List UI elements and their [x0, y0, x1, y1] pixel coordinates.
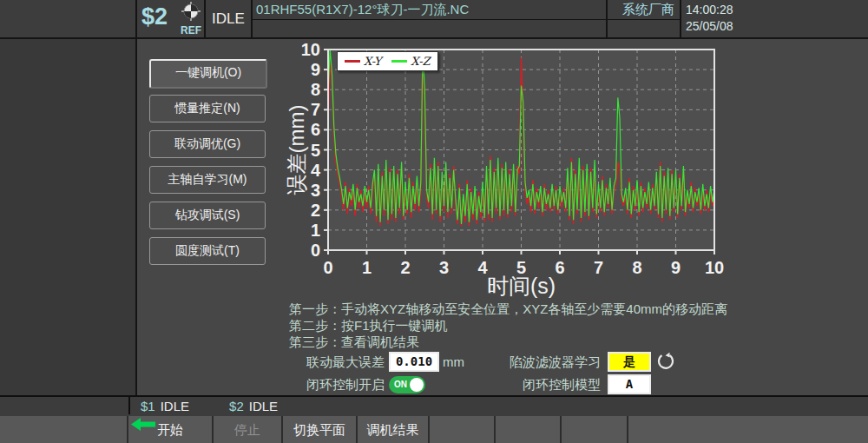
machine-tuning-screen: $2 REF IDLE 01RHF55(R1X7)-12°球刀-一刀流.NC 系…	[0, 0, 868, 443]
xy-series-swatch	[345, 60, 360, 63]
svg-text:3: 3	[311, 181, 320, 200]
softkey-stop[interactable]: 停止	[214, 416, 281, 443]
softkey-empty-3[interactable]	[562, 416, 627, 443]
svg-text:7: 7	[594, 258, 603, 277]
softkey-switch-plane[interactable]: 切换平面	[283, 416, 356, 443]
channel-1-state: IDLE	[161, 399, 189, 413]
svg-text:3: 3	[439, 258, 449, 277]
svg-text:1: 1	[311, 221, 320, 240]
sidebar-button-linkage-optimization[interactable]: 联动调优(G)	[149, 130, 266, 158]
notch-filter-label: 陷波滤波器学习	[503, 354, 601, 371]
legend-item-xy: X-Y	[345, 55, 381, 68]
svg-text:5: 5	[311, 141, 320, 160]
clock: 14:00:28 25/05/08	[686, 2, 733, 35]
closed-loop-model-select[interactable]: A	[608, 374, 651, 394]
toggle-knob	[410, 378, 424, 392]
svg-text:7: 7	[311, 100, 320, 119]
left-panel	[0, 39, 137, 395]
chart-legend: X-Y X-Z	[337, 51, 438, 71]
closed-loop-model-label: 闭环控制模型	[503, 377, 601, 393]
ref-label: REF	[176, 25, 206, 36]
svg-text:2: 2	[400, 258, 410, 277]
reference-target-icon	[181, 1, 201, 22]
legend-item-xz: X-Z	[391, 55, 430, 68]
divider	[680, 0, 681, 37]
time-value: 14:00:28	[686, 2, 733, 18]
machine-mode-status: IDLE	[206, 0, 251, 37]
divider	[135, 0, 137, 37]
sidebar-button-tapping-debug[interactable]: 钻攻调试(S)	[149, 202, 266, 229]
instruction-step-2: 第二步：按F1执行一键调机	[289, 318, 448, 334]
legend-label: X-Z	[411, 55, 430, 68]
svg-text:误差(mm): 误差(mm)	[286, 105, 308, 195]
svg-text:0: 0	[323, 258, 332, 277]
channel-indicator: $2	[141, 3, 168, 30]
toggle-state-label: ON	[394, 380, 407, 389]
svg-text:10: 10	[301, 42, 320, 59]
closed-loop-switch-label: 闭环控制开启	[287, 377, 385, 393]
svg-text:0: 0	[311, 241, 320, 260]
max-error-input[interactable]: 0.010	[389, 352, 439, 372]
svg-text:8: 8	[311, 80, 320, 99]
channel-1-id: $1	[141, 399, 155, 413]
program-filename: 01RHF55(R1X7)-12°球刀-一刀流.NC	[256, 2, 603, 19]
svg-text:2: 2	[311, 201, 320, 220]
back-arrow-icon	[131, 418, 155, 434]
max-error-unit: mm	[443, 354, 464, 369]
chart-canvas: 012345678910012345678910时间(s)误差(mm)	[286, 42, 733, 299]
date-value: 25/05/08	[686, 18, 733, 35]
error-time-chart: 012345678910012345678910时间(s)误差(mm)	[286, 42, 733, 299]
svg-text:4: 4	[311, 161, 321, 180]
svg-text:9: 9	[671, 258, 681, 277]
instruction-step-3: 第三步：查看调机结果	[289, 334, 419, 351]
softkey-left-slab	[0, 416, 127, 443]
svg-text:10: 10	[705, 258, 724, 277]
max-error-label: 联动最大误差	[287, 354, 385, 371]
softkey-tuning-result[interactable]: 调机结果	[358, 416, 428, 443]
channel-1-status: $1IDLE	[141, 399, 189, 413]
softkey-empty-2[interactable]	[496, 416, 560, 443]
softkey-bar: 开始 停止 切换平面 调机结果	[0, 416, 868, 443]
channel-2-id: $2	[229, 399, 244, 413]
svg-text:6: 6	[311, 120, 320, 139]
instruction-step-1: 第一步：手动将XYZ轴移动至安全位置，XYZ各轴至少需要40mm的移动距离	[289, 301, 727, 318]
refresh-icon[interactable]	[655, 352, 676, 371]
softkey-empty-4[interactable]	[628, 416, 868, 443]
channel-2-status: $2IDLE	[229, 399, 278, 413]
sidebar-button-one-key-tuning[interactable]: 一键调机(O)	[149, 59, 267, 89]
reference-indicator: REF	[176, 1, 206, 36]
closed-loop-toggle[interactable]: ON	[389, 376, 425, 393]
svg-text:9: 9	[311, 60, 320, 79]
softkey-empty-1[interactable]	[430, 416, 494, 443]
channel-2-state: IDLE	[249, 399, 278, 413]
sidebar-button-inertia-estimation[interactable]: 惯量推定(N)	[149, 95, 266, 122]
svg-text:时间(s): 时间(s)	[487, 274, 556, 298]
svg-text:1: 1	[362, 258, 372, 277]
xz-series-swatch	[391, 60, 407, 63]
vendor-label: 系统厂商	[608, 2, 674, 19]
sidebar-button-spindle-self-learning[interactable]: 主轴自学习(M)	[149, 166, 266, 194]
title-bar: $2 REF IDLE 01RHF55(R1X7)-12°球刀-一刀流.NC 系…	[0, 0, 868, 39]
sidebar-button-roundness-test[interactable]: 圆度测试(T)	[149, 237, 266, 265]
svg-text:6: 6	[555, 258, 564, 277]
svg-text:8: 8	[632, 258, 641, 277]
notch-filter-select[interactable]: 是	[608, 352, 651, 372]
divider	[251, 19, 680, 20]
legend-label: X-Y	[364, 55, 381, 68]
